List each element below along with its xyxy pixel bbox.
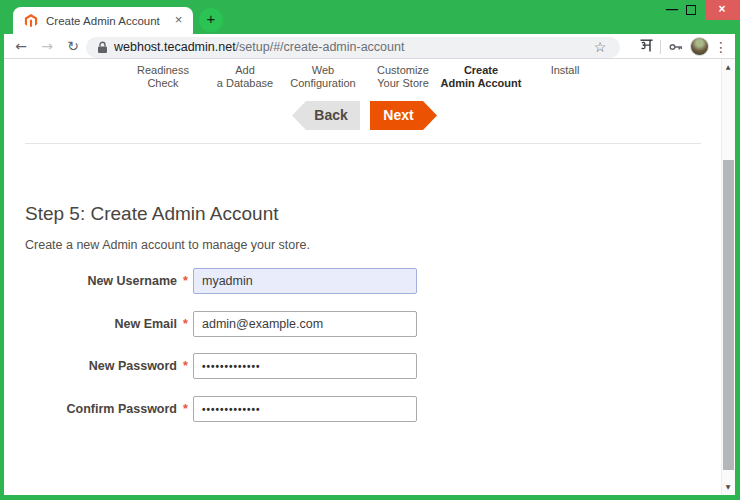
back-button[interactable]: Back bbox=[292, 101, 360, 130]
section-divider bbox=[25, 143, 701, 144]
scroll-down-icon[interactable]: ▼ bbox=[721, 481, 735, 493]
browser-window: Create Admin Account × + — × ← → ↻ webho… bbox=[0, 0, 740, 500]
window-maximize-button[interactable] bbox=[686, 5, 696, 15]
window-frame bbox=[0, 495, 740, 500]
page-title: Step 5: Create Admin Account bbox=[25, 203, 279, 225]
toolbar-divider bbox=[4, 58, 735, 59]
tab-title: Create Admin Account bbox=[46, 15, 160, 27]
password-key-icon[interactable] bbox=[668, 40, 684, 54]
window-frame bbox=[0, 34, 4, 500]
reload-icon[interactable]: ↻ bbox=[64, 37, 82, 55]
url-text[interactable]: webhost.tecadmin.net/setup/#/create-admi… bbox=[114, 37, 404, 58]
back-icon[interactable]: ← bbox=[12, 37, 30, 55]
tab-close-icon[interactable]: × bbox=[170, 12, 187, 29]
email-label: New Email bbox=[25, 317, 177, 331]
https-lock-icon bbox=[97, 40, 108, 58]
bookmark-star-icon[interactable]: ☆ bbox=[591, 37, 609, 58]
required-asterisk: * bbox=[183, 274, 188, 288]
window-close-button[interactable]: × bbox=[705, 0, 739, 20]
confirm-password-input[interactable] bbox=[193, 396, 417, 422]
toolbar-separator bbox=[660, 40, 661, 54]
window-minimize-button[interactable]: — bbox=[663, 1, 681, 19]
profile-avatar[interactable] bbox=[690, 37, 709, 56]
tab-strip: Create Admin Account × + — × bbox=[0, 0, 740, 34]
password-label: New Password bbox=[25, 359, 177, 373]
email-input[interactable] bbox=[193, 311, 417, 337]
translate-extension-icon[interactable] bbox=[639, 38, 655, 54]
form-row-password: New Password * bbox=[25, 353, 425, 380]
username-label: New Username bbox=[25, 274, 177, 288]
form-row-username: New Username * bbox=[25, 268, 425, 295]
required-asterisk: * bbox=[183, 317, 188, 331]
scroll-up-icon[interactable]: ▲ bbox=[721, 61, 735, 73]
username-input[interactable] bbox=[193, 268, 417, 294]
form-row-email: New Email * bbox=[25, 311, 425, 338]
new-tab-button[interactable]: + bbox=[199, 8, 223, 32]
required-asterisk: * bbox=[183, 402, 188, 416]
stepper-step-install: Install bbox=[505, 64, 625, 77]
next-button[interactable]: Next bbox=[370, 101, 437, 130]
url-path: /setup/#/create-admin-account bbox=[236, 40, 405, 54]
window-frame bbox=[735, 34, 740, 500]
scrollbar-thumb[interactable] bbox=[723, 160, 734, 470]
url-domain: webhost.tecadmin.net bbox=[114, 40, 236, 54]
password-input[interactable] bbox=[193, 353, 417, 379]
browser-tab[interactable]: Create Admin Account × bbox=[13, 7, 193, 34]
magento-favicon-icon bbox=[23, 13, 39, 29]
browser-menu-icon[interactable]: ⋮ bbox=[714, 36, 728, 58]
confirm-password-label: Confirm Password bbox=[25, 402, 177, 416]
page-subtitle: Create a new Admin account to manage you… bbox=[25, 238, 310, 252]
required-asterisk: * bbox=[183, 359, 188, 373]
form-row-confirm-password: Confirm Password * bbox=[25, 396, 425, 423]
forward-icon[interactable]: → bbox=[38, 37, 56, 55]
